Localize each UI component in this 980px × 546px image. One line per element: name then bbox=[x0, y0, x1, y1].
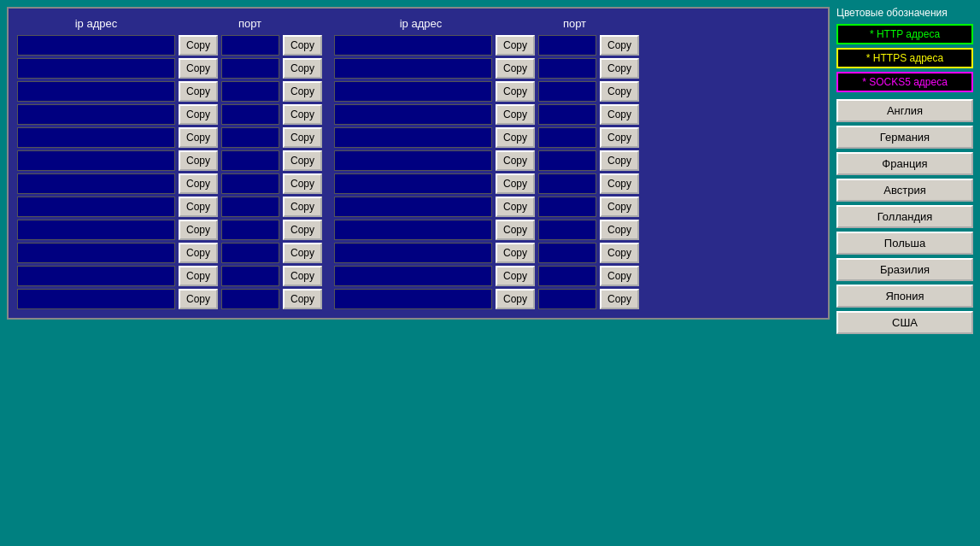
ip-field-left[interactable] bbox=[17, 243, 175, 263]
port-field-left[interactable] bbox=[221, 58, 279, 79]
copy-ip-right-button[interactable]: Copy bbox=[496, 243, 535, 263]
copy-port-left-button[interactable]: Copy bbox=[283, 81, 322, 102]
ip-field-right[interactable] bbox=[334, 127, 492, 148]
country-button-7[interactable]: Япония bbox=[836, 285, 973, 308]
port-field-left[interactable] bbox=[221, 266, 279, 286]
copy-ip-right-button[interactable]: Copy bbox=[496, 266, 535, 286]
copy-port-left-button[interactable]: Copy bbox=[283, 289, 322, 309]
copy-ip-right-button[interactable]: Copy bbox=[496, 35, 535, 56]
copy-ip-right-button[interactable]: Copy bbox=[496, 173, 535, 194]
copy-ip-left-button[interactable]: Copy bbox=[179, 35, 218, 56]
ip-field-right[interactable] bbox=[334, 173, 492, 194]
port-field-left[interactable] bbox=[221, 220, 279, 240]
ip-field-right[interactable] bbox=[334, 220, 492, 240]
copy-port-left-button[interactable]: Copy bbox=[283, 127, 322, 148]
ip-field-left[interactable] bbox=[17, 173, 175, 194]
country-button-1[interactable]: Германия bbox=[836, 126, 973, 149]
port-field-left[interactable] bbox=[221, 197, 279, 217]
ip-field-left[interactable] bbox=[17, 81, 175, 102]
copy-ip-left-button[interactable]: Copy bbox=[179, 58, 218, 79]
ip-field-left[interactable] bbox=[17, 58, 175, 79]
port-field-right[interactable] bbox=[538, 127, 596, 148]
country-button-8[interactable]: США bbox=[836, 311, 973, 334]
copy-port-left-button[interactable]: Copy bbox=[283, 104, 322, 125]
copy-ip-left-button[interactable]: Copy bbox=[179, 150, 218, 171]
copy-port-left-button[interactable]: Copy bbox=[283, 266, 322, 286]
port-field-left[interactable] bbox=[221, 243, 279, 263]
port-field-right[interactable] bbox=[538, 289, 596, 309]
copy-ip-left-button[interactable]: Copy bbox=[179, 173, 218, 194]
copy-port-right-button[interactable]: Copy bbox=[600, 35, 639, 56]
port-field-left[interactable] bbox=[221, 289, 279, 309]
port-field-right[interactable] bbox=[538, 220, 596, 240]
copy-ip-right-button[interactable]: Copy bbox=[496, 197, 535, 217]
port-field-right[interactable] bbox=[538, 173, 596, 194]
port-field-right[interactable] bbox=[538, 58, 596, 79]
copy-ip-left-button[interactable]: Copy bbox=[179, 243, 218, 263]
copy-ip-left-button[interactable]: Copy bbox=[179, 289, 218, 309]
ip-field-right[interactable] bbox=[334, 150, 492, 171]
port-field-left[interactable] bbox=[221, 104, 279, 125]
copy-ip-right-button[interactable]: Copy bbox=[496, 81, 535, 102]
copy-ip-left-button[interactable]: Copy bbox=[179, 81, 218, 102]
copy-ip-right-button[interactable]: Copy bbox=[496, 150, 535, 171]
country-button-6[interactable]: Бразилия bbox=[836, 258, 973, 281]
copy-port-right-button[interactable]: Copy bbox=[600, 220, 639, 240]
ip-field-right[interactable] bbox=[334, 266, 492, 286]
copy-ip-right-button[interactable]: Copy bbox=[496, 104, 535, 125]
copy-port-right-button[interactable]: Copy bbox=[600, 197, 639, 217]
ip-field-left[interactable] bbox=[17, 197, 175, 217]
copy-port-left-button[interactable]: Copy bbox=[283, 243, 322, 263]
ip-field-right[interactable] bbox=[334, 197, 492, 217]
copy-ip-right-button[interactable]: Copy bbox=[496, 127, 535, 148]
country-button-4[interactable]: Голландия bbox=[836, 205, 973, 228]
ip-field-right[interactable] bbox=[334, 289, 492, 309]
copy-ip-left-button[interactable]: Copy bbox=[179, 266, 218, 286]
copy-ip-right-button[interactable]: Copy bbox=[496, 58, 535, 79]
port-field-right[interactable] bbox=[538, 243, 596, 263]
copy-port-left-button[interactable]: Copy bbox=[283, 150, 322, 171]
ip-field-right[interactable] bbox=[334, 35, 492, 56]
copy-port-right-button[interactable]: Copy bbox=[600, 81, 639, 102]
port-field-right[interactable] bbox=[538, 150, 596, 171]
copy-port-right-button[interactable]: Copy bbox=[600, 150, 639, 171]
ip-field-left[interactable] bbox=[17, 266, 175, 286]
port-field-right[interactable] bbox=[538, 104, 596, 125]
ip-field-right[interactable] bbox=[334, 81, 492, 102]
copy-port-right-button[interactable]: Copy bbox=[600, 289, 639, 309]
copy-ip-left-button[interactable]: Copy bbox=[179, 220, 218, 240]
copy-ip-left-button[interactable]: Copy bbox=[179, 104, 218, 125]
copy-ip-right-button[interactable]: Copy bbox=[496, 289, 535, 309]
copy-port-left-button[interactable]: Copy bbox=[283, 197, 322, 217]
copy-port-left-button[interactable]: Copy bbox=[283, 35, 322, 56]
copy-port-right-button[interactable]: Copy bbox=[600, 104, 639, 125]
ip-field-left[interactable] bbox=[17, 220, 175, 240]
port-field-left[interactable] bbox=[221, 81, 279, 102]
copy-port-left-button[interactable]: Copy bbox=[283, 173, 322, 194]
ip-field-right[interactable] bbox=[334, 58, 492, 79]
ip-field-left[interactable] bbox=[17, 104, 175, 125]
ip-field-left[interactable] bbox=[17, 127, 175, 148]
copy-port-left-button[interactable]: Copy bbox=[283, 58, 322, 79]
country-button-2[interactable]: Франция bbox=[836, 152, 973, 175]
ip-field-left[interactable] bbox=[17, 35, 175, 56]
ip-field-left[interactable] bbox=[17, 289, 175, 309]
port-field-right[interactable] bbox=[538, 266, 596, 286]
port-field-left[interactable] bbox=[221, 127, 279, 148]
copy-port-left-button[interactable]: Copy bbox=[283, 220, 322, 240]
port-field-right[interactable] bbox=[538, 197, 596, 217]
port-field-right[interactable] bbox=[538, 81, 596, 102]
copy-port-right-button[interactable]: Copy bbox=[600, 173, 639, 194]
copy-ip-right-button[interactable]: Copy bbox=[496, 220, 535, 240]
port-field-left[interactable] bbox=[221, 173, 279, 194]
country-button-0[interactable]: Англия bbox=[836, 99, 973, 122]
copy-port-right-button[interactable]: Copy bbox=[600, 266, 639, 286]
port-field-left[interactable] bbox=[221, 35, 279, 56]
copy-ip-left-button[interactable]: Copy bbox=[179, 197, 218, 217]
ip-field-left[interactable] bbox=[17, 150, 175, 171]
country-button-3[interactable]: Австрия bbox=[836, 179, 973, 202]
country-button-5[interactable]: Польша bbox=[836, 232, 973, 255]
copy-port-right-button[interactable]: Copy bbox=[600, 243, 639, 263]
port-field-right[interactable] bbox=[538, 35, 596, 56]
ip-field-right[interactable] bbox=[334, 104, 492, 125]
